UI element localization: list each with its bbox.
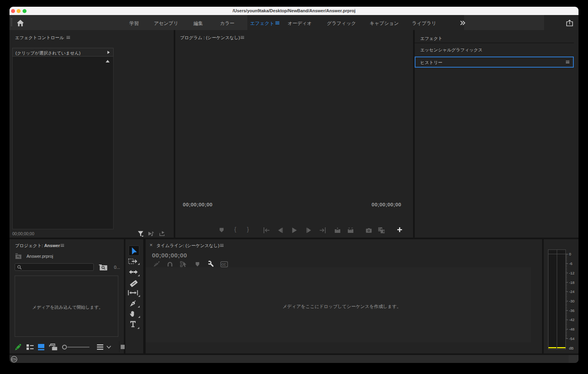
svg-text:CC: CC <box>221 263 226 266</box>
